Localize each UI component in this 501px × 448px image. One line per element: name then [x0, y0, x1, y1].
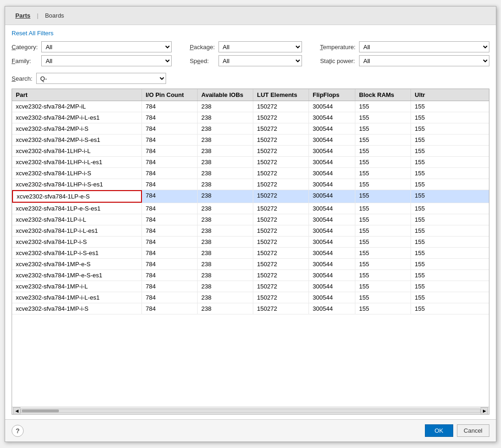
table-cell: 155	[355, 270, 411, 281]
table-cell: 150272	[253, 225, 309, 236]
table-cell: 150272	[253, 123, 309, 134]
table-row[interactable]: xcve2302-sfva784-1LHP-i-L-es178423815027…	[12, 157, 489, 168]
table-cell: 155	[411, 179, 448, 190]
col-io-pin: I/O Pin Count	[142, 89, 198, 101]
table-cell: xcve2302-sfva784-1LP-e-S	[12, 190, 142, 203]
table-cell: xcve2302-sfva784-2MP-i-S-es1	[12, 134, 142, 145]
ok-button[interactable]: OK	[425, 424, 453, 437]
table-cell: 784	[142, 179, 198, 190]
table-cell: xcve2302-sfva784-1LP-e-S-es1	[12, 203, 142, 214]
cancel-button[interactable]: Cancel	[457, 424, 489, 437]
family-select[interactable]: All	[41, 55, 172, 66]
dialog-footer: ? OK Cancel	[5, 419, 496, 442]
table-row[interactable]: xcve2302-sfva784-2MP-i-S-es1784238150272…	[12, 134, 489, 146]
table-cell: 155	[411, 112, 448, 123]
temperature-select[interactable]: All	[359, 41, 489, 52]
table-cell: 300544	[309, 237, 355, 247]
table-cell: 238	[198, 190, 253, 203]
table-cell: 784	[142, 248, 198, 258]
table-cell: 150272	[253, 303, 309, 314]
table-cell: 150272	[253, 214, 309, 225]
table-cell: 238	[198, 237, 253, 247]
table-row[interactable]: xcve2302-sfva784-1MP-e-S-es1784238150272…	[12, 270, 489, 281]
table-cell: 238	[198, 203, 253, 214]
table-body: xcve2302-sfva784-2MP-iL78423815027230054…	[12, 101, 489, 407]
tab-boards[interactable]: Boards	[40, 10, 69, 21]
table-row[interactable]: xcve2302-sfva784-2MP-i-L-es1784238150272…	[12, 112, 489, 123]
table-cell: 784	[142, 123, 198, 134]
scroll-left-arrow[interactable]: ◀	[13, 407, 20, 415]
table-cell: 155	[355, 168, 411, 179]
table-row[interactable]: xcve2302-sfva784-2MP-iL78423815027230054…	[12, 101, 489, 112]
package-select[interactable]: All	[218, 41, 302, 52]
table-cell: 784	[142, 190, 198, 203]
category-select[interactable]: All	[41, 41, 172, 52]
reset-filters-link[interactable]: Reset All Filters	[12, 30, 489, 37]
table-row[interactable]: xcve2302-sfva784-1MP-i-S7842381502723005…	[12, 303, 489, 314]
scroll-track[interactable]	[20, 409, 481, 413]
tab-parts[interactable]: Parts	[11, 10, 35, 21]
scroll-right-arrow[interactable]: ▶	[481, 407, 488, 415]
table-cell: 155	[355, 237, 411, 247]
table-row[interactable]: xcve2302-sfva784-1LP-e-S7842381502723005…	[12, 190, 489, 203]
table-cell: 150272	[253, 248, 309, 258]
table-row[interactable]: xcve2302-sfva784-1MP-i-L7842381502723005…	[12, 281, 489, 292]
table-cell: 300544	[309, 292, 355, 303]
table-row[interactable]: xcve2302-sfva784-1MP-i-L-es1784238150272…	[12, 292, 489, 303]
table-cell: 155	[355, 101, 411, 112]
table-cell: 155	[355, 157, 411, 167]
table-row[interactable]: xcve2302-sfva784-1LHP-i-L784238150272300…	[12, 146, 489, 157]
table-row[interactable]: xcve2302-sfva784-1LP-i-L-es1784238150272…	[12, 225, 489, 237]
table-cell: 155	[411, 259, 448, 269]
static-power-select[interactable]: All	[359, 55, 489, 66]
table-cell: 150272	[253, 134, 309, 145]
table-cell: 155	[411, 134, 448, 145]
table-cell: 300544	[309, 146, 355, 156]
table-row[interactable]: xcve2302-sfva784-1LP-e-S-es1784238150272…	[12, 203, 489, 214]
scroll-thumb[interactable]	[22, 410, 59, 412]
table-cell: xcve2302-sfva784-1LP-i-L-es1	[12, 225, 142, 236]
table-cell: 155	[355, 190, 411, 203]
table-cell: 150272	[253, 146, 309, 156]
speed-select[interactable]: All	[218, 55, 302, 66]
table-row[interactable]: xcve2302-sfva784-1LP-i-S-es1784238150272…	[12, 248, 489, 259]
table-row[interactable]: xcve2302-sfva784-1LP-i-S7842381502723005…	[12, 237, 489, 248]
table-cell: 155	[355, 179, 411, 190]
table-row[interactable]: xcve2302-sfva784-1LHP-i-S784238150272300…	[12, 168, 489, 179]
parts-table: Part I/O Pin Count Available IOBs LUT El…	[12, 89, 489, 415]
table-cell: xcve2302-sfva784-1MP-i-S	[12, 303, 142, 314]
col-iobs: Available IOBs	[198, 89, 253, 101]
horizontal-scrollbar[interactable]: ◀ ▶	[12, 407, 489, 414]
table-cell: xcve2302-sfva784-1LP-i-L	[12, 214, 142, 225]
table-cell: 238	[198, 281, 253, 292]
table-cell: 150272	[253, 179, 309, 190]
table-cell: 784	[142, 157, 198, 167]
table-cell: 155	[411, 292, 448, 303]
table-row[interactable]: xcve2302-sfva784-1LP-i-L7842381502723005…	[12, 214, 489, 225]
col-lut: LUT Elements	[253, 89, 309, 101]
table-cell: 238	[198, 157, 253, 167]
table-cell: 300544	[309, 168, 355, 179]
help-button[interactable]: ?	[12, 425, 24, 437]
table-cell: xcve2302-sfva784-1MP-i-L-es1	[12, 292, 142, 303]
search-label: Search:	[12, 75, 32, 82]
table-cell: 300544	[309, 123, 355, 134]
table-cell: 784	[142, 281, 198, 292]
table-cell: 300544	[309, 281, 355, 292]
table-cell: xcve2302-sfva784-2MP-iL	[12, 101, 142, 112]
table-cell: 300544	[309, 112, 355, 123]
table-cell: 784	[142, 237, 198, 247]
table-cell: 238	[198, 123, 253, 134]
table-cell: 300544	[309, 303, 355, 314]
table-cell: 150272	[253, 259, 309, 269]
table-cell: xcve2302-sfva784-1LHP-i-L	[12, 146, 142, 156]
table-row[interactable]: xcve2302-sfva784-2MP-i-S7842381502723005…	[12, 123, 489, 134]
table-cell: 300544	[309, 157, 355, 167]
table-cell: 238	[198, 146, 253, 156]
table-row[interactable]: xcve2302-sfva784-1MP-e-S7842381502723005…	[12, 259, 489, 270]
table-cell: 784	[142, 112, 198, 123]
table-cell: 300544	[309, 270, 355, 281]
search-select[interactable]: Q-	[36, 73, 166, 84]
table-row[interactable]: xcve2302-sfva784-1LHP-i-S-es178423815027…	[12, 179, 489, 190]
table-cell: xcve2302-sfva784-1LHP-i-L-es1	[12, 157, 142, 167]
